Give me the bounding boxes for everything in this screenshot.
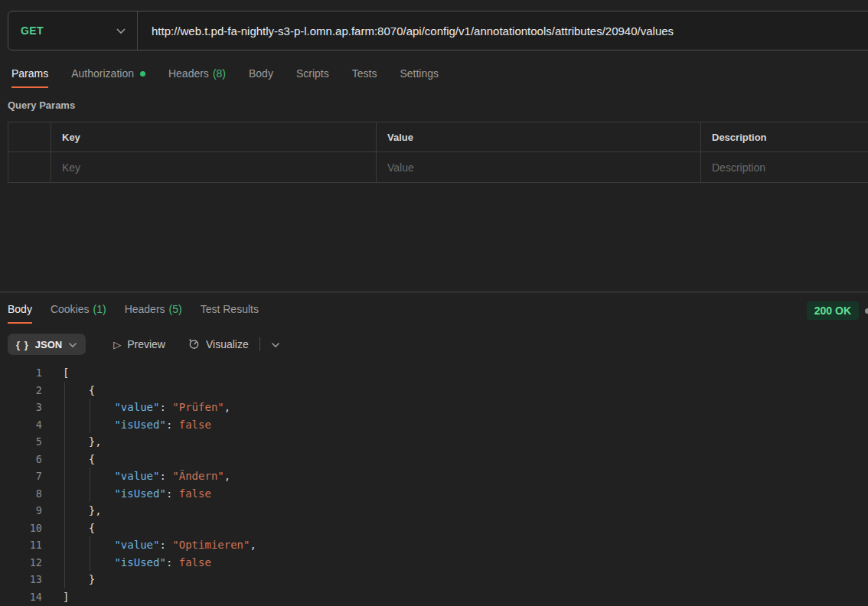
chevron-down-icon <box>68 339 77 350</box>
code-text: "isUsed": false <box>42 554 211 572</box>
tab-authorization-label: Authorization <box>71 67 134 80</box>
tab-response-headers-count: (5) <box>169 303 182 315</box>
code-text: }, <box>42 502 102 520</box>
code-text: "isUsed": false <box>42 416 211 434</box>
format-label: JSON <box>35 339 62 350</box>
code-line: 8 "isUsed": false <box>0 485 868 503</box>
tab-cookies-label: Cookies <box>51 303 90 315</box>
code-text: } <box>42 571 95 588</box>
line-number: 11 <box>0 536 42 554</box>
code-lines: 1[2 {3 "value": "Prüfen",4 "isUsed": fal… <box>0 364 868 605</box>
tab-cookies-count: (1) <box>93 303 106 315</box>
visualize-wand-icon <box>187 337 200 352</box>
response-body-code[interactable]: 1[2 {3 "value": "Prüfen",4 "isUsed": fal… <box>0 364 868 606</box>
tab-test-results-label: Test Results <box>201 303 259 315</box>
toolbar-more-button[interactable] <box>271 338 280 350</box>
line-number: 2 <box>0 382 42 399</box>
toolbar-divider <box>259 337 260 351</box>
tab-params[interactable]: Params <box>11 67 48 88</box>
column-header-description: Description <box>701 122 868 152</box>
tab-headers-label: Headers <box>168 67 209 80</box>
column-header-value: Value <box>377 122 701 152</box>
indent-guide <box>64 382 65 588</box>
tab-authorization[interactable]: Authorization <box>71 67 145 88</box>
tab-settings[interactable]: Settings <box>400 67 439 88</box>
method-label: GET <box>21 24 44 37</box>
response-toolbar: { } JSON ▷ Preview Visualize <box>8 334 280 355</box>
method-select[interactable]: GET <box>8 11 137 50</box>
tab-test-results[interactable]: Test Results <box>201 303 259 324</box>
tab-body-label: Body <box>249 67 273 80</box>
code-text: { <box>42 520 95 537</box>
line-number: 3 <box>0 399 42 416</box>
tab-response-headers[interactable]: Headers (5) <box>125 303 182 324</box>
code-line: 3 "value": "Prüfen", <box>0 399 868 416</box>
tab-tests-label: Tests <box>352 67 377 80</box>
request-tabs: Params Authorization Headers (8) Body Sc… <box>11 67 439 88</box>
description-input[interactable]: Description <box>701 152 868 182</box>
preview-button[interactable]: ▷ Preview <box>113 338 165 350</box>
code-line: 11 "value": "Optimieren", <box>0 536 868 554</box>
code-text: { <box>42 451 95 468</box>
code-text: { <box>42 382 95 399</box>
code-line: 13 } <box>0 571 868 588</box>
tab-headers[interactable]: Headers (8) <box>168 67 226 88</box>
code-line: 2 { <box>0 382 868 399</box>
tab-body[interactable]: Body <box>249 67 273 88</box>
url-input[interactable]: http://web.t.pd-fa-nightly-s3-p-l.omn.ap… <box>138 24 674 37</box>
code-line: 5 }, <box>0 433 868 451</box>
indent-guide <box>90 536 90 571</box>
auth-configured-dot-icon <box>140 71 145 77</box>
line-number: 12 <box>0 554 42 572</box>
tab-scripts-label: Scripts <box>296 67 329 80</box>
value-input[interactable]: Value <box>377 152 701 182</box>
tab-response-headers-label: Headers <box>125 303 165 315</box>
format-select[interactable]: { } JSON <box>8 334 86 355</box>
visualize-button[interactable]: Visualize <box>187 337 249 352</box>
tab-response-body[interactable]: Body <box>8 303 32 324</box>
braces-icon: { } <box>16 339 29 350</box>
request-url-bar: GET http://web.t.pd-fa-nightly-s3-p-l.om… <box>8 11 868 50</box>
tab-params-label: Params <box>11 67 48 80</box>
line-number: 4 <box>0 416 42 434</box>
line-number: 8 <box>0 485 42 503</box>
code-text: }, <box>42 433 102 451</box>
status-badge: 200 OK <box>807 301 859 320</box>
response-meta-dot-icon <box>865 308 868 314</box>
column-header-key: Key <box>51 122 377 152</box>
code-line: 9 }, <box>0 502 868 520</box>
code-line: 10 { <box>0 520 868 537</box>
tab-tests[interactable]: Tests <box>352 67 377 88</box>
code-line: 12 "isUsed": false <box>0 554 868 572</box>
code-line: 6 { <box>0 451 868 468</box>
code-line: 1[ <box>0 364 868 382</box>
code-line: 4 "isUsed": false <box>0 416 868 434</box>
line-number: 5 <box>0 433 42 451</box>
tab-cookies[interactable]: Cookies (1) <box>51 303 106 324</box>
tab-scripts[interactable]: Scripts <box>296 67 329 88</box>
code-text: ] <box>42 588 69 606</box>
query-params-title: Query Params <box>8 99 75 111</box>
row-checkbox-cell[interactable] <box>8 152 51 182</box>
select-all-cell[interactable] <box>8 122 51 152</box>
query-params-table: Key Value Description Key Value Descript… <box>8 122 868 183</box>
indent-guide <box>90 468 90 502</box>
code-text: "value": "Optimieren", <box>42 536 256 554</box>
tab-headers-count: (8) <box>213 67 226 80</box>
line-number: 13 <box>0 571 42 588</box>
key-input[interactable]: Key <box>51 152 377 182</box>
code-text: "value": "Prüfen", <box>42 399 230 416</box>
preview-label: Preview <box>127 338 165 350</box>
chevron-down-icon <box>116 24 126 37</box>
pane-splitter[interactable] <box>0 291 868 293</box>
visualize-label: Visualize <box>206 338 249 350</box>
line-number: 10 <box>0 520 42 537</box>
tab-response-body-label: Body <box>8 303 32 315</box>
play-icon: ▷ <box>113 339 121 350</box>
line-number: 14 <box>0 588 42 606</box>
chevron-down-icon <box>271 338 280 350</box>
line-number: 7 <box>0 468 42 485</box>
code-text: [ <box>42 364 69 382</box>
code-line: 7 "value": "Ändern", <box>0 468 868 485</box>
tab-settings-label: Settings <box>400 67 439 80</box>
